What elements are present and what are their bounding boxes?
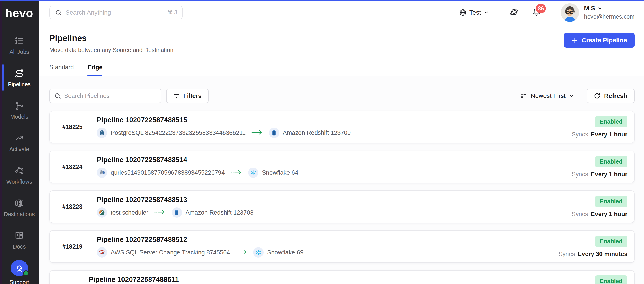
user-name: M S (584, 5, 595, 12)
page-title: Pipelines (49, 33, 634, 43)
header-divider (38, 76, 644, 76)
pipeline-title[interactable]: Pipeline 1020722587488514 (97, 156, 298, 164)
globe-icon (459, 9, 467, 16)
workflows-icon (14, 166, 24, 176)
sidebar-item-models[interactable]: Models (0, 94, 38, 127)
pipeline-row[interactable]: Pipeline 1020722587488511 Enabled (49, 270, 634, 284)
list-toolbar: Filters Newest First Refresh (49, 89, 634, 103)
sync-value: Every 1 hour (591, 211, 628, 218)
pipeline-title[interactable]: Pipeline 1020722587488513 (97, 196, 254, 204)
sort-label: Newest First (530, 92, 566, 99)
page-header: Pipelines Move data between any Source a… (38, 24, 644, 76)
content: Filters Newest First Refresh #18225 (38, 76, 644, 284)
pipeline-title[interactable]: Pipeline 1020722587488515 (97, 116, 351, 124)
planet-icon (510, 7, 518, 16)
destination-label: Amazon Redshift 123708 (186, 209, 254, 216)
flow-arrow-icon (154, 209, 166, 216)
status-badge: Enabled (595, 156, 628, 167)
global-search-input[interactable] (66, 9, 164, 16)
avatar-image (561, 3, 579, 22)
sync-schedule: SyncsEvery 1 hour (572, 211, 628, 218)
refresh-icon (594, 92, 600, 99)
sidebar-item-label: Activate (10, 146, 29, 153)
filters-button[interactable]: Filters (166, 89, 208, 103)
amazon-redshift-icon (269, 128, 279, 138)
chevron-down-icon (598, 6, 602, 11)
user-email: hevo@hermes.com (584, 13, 634, 20)
user-menu[interactable]: M S (584, 5, 634, 12)
create-pipeline-label: Create Pipeline (582, 37, 627, 44)
window-loading-bar (0, 0, 644, 1)
pipeline-search[interactable] (49, 89, 161, 103)
tab-standard[interactable]: Standard (49, 64, 74, 76)
pipelines-icon (14, 68, 24, 78)
source-destination-line: quries51490158770596783893455226794 Snow… (97, 168, 298, 178)
sync-value: Every 1 hour (591, 131, 628, 138)
flow-arrow-icon (236, 249, 248, 256)
chevron-down-icon (484, 10, 489, 15)
source-label: PostgreSQL 82542222373323255833344636621… (111, 129, 246, 136)
sidebar-item-workflows[interactable]: Workflows (0, 159, 38, 192)
filter-icon (174, 93, 180, 99)
global-search[interactable]: ⌘ J (49, 5, 183, 19)
sidebar-item-all-jobs[interactable]: All Jobs (0, 29, 38, 62)
chevron-down-icon (569, 93, 574, 99)
sidebar-item-label: Docs (13, 244, 26, 250)
refresh-button[interactable]: Refresh (587, 89, 634, 103)
plus-icon (572, 37, 578, 44)
source-label: AWS SQL Server Change Tracking 8745564 (111, 249, 230, 256)
pipeline-title[interactable]: Pipeline 1020722587488511 (89, 276, 179, 284)
hevo-logo: hevo (0, 1, 38, 25)
search-shortcut: ⌘ J (167, 9, 177, 16)
notification-count-badge: 86 (536, 4, 546, 13)
app-shell: hevo All Jobs Pipelines Models Activate … (0, 1, 644, 284)
pipeline-seq-id: #18225 (62, 124, 89, 131)
environment-switcher[interactable]: Test (459, 9, 489, 16)
online-status-dot (23, 270, 29, 276)
topbar: ⌘ J Test 86 (38, 1, 644, 24)
pipeline-row[interactable]: #18219 Pipeline 1020722587488512 AWS SQL… (49, 230, 634, 263)
pipeline-row[interactable]: #18223 Pipeline 1020722587488513 test sc… (49, 190, 634, 223)
pipeline-list: #18225 Pipeline 1020722587488515 Postgre… (49, 111, 634, 284)
row-divider (89, 237, 89, 256)
search-icon (54, 92, 61, 99)
pipeline-title[interactable]: Pipeline 1020722587488512 (97, 236, 304, 244)
docs-icon (14, 231, 24, 241)
activate-icon (14, 133, 24, 143)
source-destination-line: test scheduler Amazon Redshift 123708 (97, 207, 254, 218)
sidebar-item-label: All Jobs (10, 49, 29, 55)
pipeline-seq-id: #18219 (62, 243, 89, 250)
sidebar-item-label: Destinations (4, 211, 35, 218)
tab-edge[interactable]: Edge (88, 64, 103, 76)
sidebar-item-activate[interactable]: Activate (0, 127, 38, 159)
sidebar-item-docs[interactable]: Docs (0, 224, 38, 257)
postgresql-db-icon (97, 168, 107, 178)
amazon-redshift-icon (172, 207, 182, 218)
sidebar-nav: All Jobs Pipelines Models Activate Workf… (0, 25, 38, 284)
pipeline-search-input[interactable] (64, 92, 156, 99)
row-divider (89, 157, 89, 177)
topbar-right: Test 86 (459, 3, 634, 22)
whats-new-button[interactable] (510, 7, 518, 17)
avatar[interactable] (561, 3, 579, 22)
sidebar: hevo All Jobs Pipelines Models Activate … (0, 1, 38, 284)
rest-api-icon (97, 207, 107, 218)
source-label: quries51490158770596783893455226794 (111, 169, 225, 176)
sync-prefix: Syncs (558, 251, 575, 258)
pipeline-row[interactable]: #18225 Pipeline 1020722587488515 Postgre… (49, 111, 634, 143)
toolbar-right: Newest First Refresh (520, 89, 634, 103)
sidebar-item-label: Workflows (6, 179, 32, 185)
environment-label: Test (470, 9, 481, 16)
sort-control[interactable]: Newest First (520, 92, 574, 99)
pipeline-row[interactable]: #18224 Pipeline 1020722587488514 quries5… (49, 151, 634, 183)
source-label: test scheduler (111, 209, 148, 216)
sidebar-item-label: Models (10, 114, 28, 120)
notifications-button[interactable]: 86 (532, 7, 541, 17)
sidebar-item-support[interactable]: Support (0, 257, 38, 284)
postgresql-icon (97, 128, 107, 138)
status-badge: Enabled (595, 116, 628, 127)
sidebar-item-destinations[interactable]: Destinations (0, 192, 38, 224)
create-pipeline-button[interactable]: Create Pipeline (564, 33, 634, 48)
destination-label: Snowflake 69 (267, 249, 304, 256)
sidebar-item-pipelines[interactable]: Pipelines (0, 62, 38, 94)
